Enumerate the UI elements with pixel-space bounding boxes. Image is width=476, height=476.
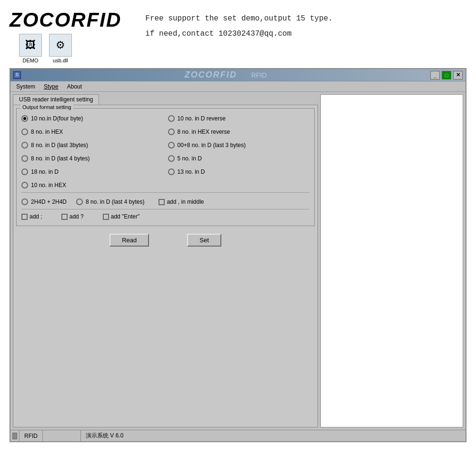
radio-option-8[interactable]: 18 no. in D — [21, 169, 163, 175]
radio-label-5: 00+8 no. in D (last 3 bytes) — [178, 142, 246, 149]
minimize-button[interactable]: _ — [430, 71, 440, 79]
usb-dll-icon-item[interactable]: ⚙ usb.dll — [49, 34, 72, 63]
radio-option-4[interactable]: 8 no. in D (last 3bytes) — [21, 142, 163, 149]
extra-radio-label-1: 8 no. in D (last 4 bytes) — [86, 198, 144, 205]
radio-option-0[interactable]: 10 no.in D(four byte) — [21, 115, 163, 122]
extra-checkbox-box-2 — [61, 214, 68, 220]
status-section-scroll — [10, 430, 20, 441]
radio-label-0: 10 no.in D(four byte) — [31, 115, 83, 122]
radio-option-10[interactable]: 10 no. in HEX — [21, 182, 163, 188]
output-format-group: Output format setting 10 no.in D(four by… — [16, 108, 315, 226]
radio-option-6[interactable]: 8 no. in D (last 4 bytes) — [21, 155, 163, 162]
extra-row-2: add ; add ? add "Enter" — [21, 211, 309, 222]
radio-option-5[interactable]: 00+8 no. in D (last 3 bytes) — [168, 142, 310, 149]
separator-1 — [21, 192, 309, 193]
demo-icon-item[interactable]: 🖼 DEMO — [19, 34, 42, 63]
status-section-rfid: RFID — [20, 430, 43, 441]
extra-checkbox-box-1 — [21, 214, 28, 220]
extra-radio-1[interactable]: 8 no. in D (last 4 bytes) — [76, 198, 144, 205]
status-section-empty — [43, 430, 81, 441]
buttons-row: Read Set — [16, 234, 315, 250]
extra-checkbox-label-0: add , in middle — [167, 198, 204, 205]
settings-panel: Output format setting 10 no.in D(four by… — [13, 105, 318, 427]
titlebar-center: ZOCORFID RFID — [21, 70, 430, 80]
promo-text: Free support the set demo,output 15 type… — [145, 9, 333, 41]
tab-bar: USB reader intelligent setting — [13, 94, 318, 105]
status-bar: RFID 演示系统 V 6.0 — [10, 430, 466, 441]
usb-dll-label: usb.dll — [53, 58, 68, 63]
radio-circle-2 — [21, 129, 28, 135]
radio-option-1[interactable]: 10 no. in D reverse — [168, 115, 310, 122]
extra-radio-0[interactable]: 2H4D + 2H4D — [21, 198, 67, 205]
radio-label-3: 8 no. in HEX reverse — [178, 129, 230, 135]
radio-circle-6 — [21, 155, 28, 162]
radio-option-9[interactable]: 13 no. in D — [168, 169, 310, 175]
radio-circle-7 — [168, 155, 175, 162]
menu-bar: System Stype About — [10, 81, 466, 92]
extra-checkbox-label-1: add ; — [30, 213, 42, 220]
extra-checkbox-3[interactable]: add "Enter" — [103, 213, 140, 220]
radio-circle-1 — [168, 115, 175, 122]
radio-options-grid: 10 no.in D(four byte) 10 no. in D revers… — [21, 115, 309, 188]
extra-row-1: 2H4D + 2H4D 8 no. in D (last 4 bytes) ad… — [21, 197, 309, 207]
right-panel — [320, 94, 463, 427]
menu-about[interactable]: About — [63, 82, 86, 91]
window-icon: R — [13, 71, 21, 79]
tab-usb-reader[interactable]: USB reader intelligent setting — [13, 94, 99, 105]
radio-circle-5 — [168, 142, 175, 149]
left-panel: USB reader intelligent setting Output fo… — [13, 94, 318, 427]
status-rfid: RFID — [24, 433, 38, 439]
maximize-button[interactable]: □ — [442, 71, 451, 79]
titlebar-buttons: _ □ ✕ — [430, 71, 463, 79]
close-button[interactable]: ✕ — [453, 71, 463, 79]
radio-circle-3 — [168, 129, 175, 135]
radio-label-7: 5 no. in D — [178, 155, 202, 162]
radio-option-2[interactable]: 8 no. in HEX — [21, 129, 163, 135]
logo-text: ZOCORFID — [10, 9, 121, 31]
window-titlebar: R ZOCORFID RFID _ □ ✕ — [10, 69, 466, 81]
extra-checkbox-label-2: add ? — [69, 213, 84, 220]
main-window: R ZOCORFID RFID _ □ ✕ System Stype About… — [10, 68, 466, 442]
radio-circle-10 — [21, 182, 28, 188]
titlebar-left: R — [13, 71, 21, 79]
titlebar-rfid: RFID — [251, 71, 267, 79]
radio-circle-9 — [168, 169, 175, 175]
extra-checkbox-0[interactable]: add , in middle — [159, 198, 204, 205]
read-button[interactable]: Read — [109, 234, 149, 247]
status-version: 演示系统 V 6.0 — [86, 432, 123, 440]
radio-circle-0 — [21, 115, 28, 122]
radio-option-7[interactable]: 5 no. in D — [168, 155, 310, 162]
set-button[interactable]: Set — [187, 234, 221, 247]
extra-radio-label-0: 2H4D + 2H4D — [31, 198, 67, 205]
radio-label-2: 8 no. in HEX — [31, 129, 63, 135]
extra-checkbox-box-0 — [159, 199, 165, 205]
radio-circle-8 — [21, 169, 28, 175]
promo-line1: Free support the set demo,output 15 type… — [145, 11, 333, 26]
extra-radio-circle-1 — [76, 198, 83, 205]
separator-2 — [21, 209, 309, 209]
radio-circle-4 — [21, 142, 28, 149]
top-area: ZOCORFID 🖼 DEMO ⚙ usb.dll Free support t… — [0, 0, 476, 68]
extra-checkbox-1[interactable]: add ; — [21, 213, 42, 220]
radio-label-1: 10 no. in D reverse — [178, 115, 226, 122]
radio-label-4: 8 no. in D (last 3bytes) — [31, 142, 88, 149]
extra-checkbox-label-3: add "Enter" — [111, 213, 140, 220]
radio-label-9: 13 no. in D — [178, 169, 205, 175]
logo: ZOCORFID — [10, 9, 136, 31]
output-format-legend: Output format setting — [20, 104, 73, 110]
radio-option-3[interactable]: 8 no. in HEX reverse — [168, 129, 310, 135]
extra-checkbox-box-3 — [103, 214, 109, 220]
radio-label-10: 10 no. in HEX — [31, 182, 66, 188]
extra-checkbox-2[interactable]: add ? — [61, 213, 84, 220]
icons-area: 🖼 DEMO ⚙ usb.dll — [19, 34, 136, 63]
menu-system[interactable]: System — [12, 82, 39, 91]
radio-label-6: 8 no. in D (last 4 bytes) — [31, 155, 89, 162]
extra-radio-circle-0 — [21, 198, 28, 205]
menu-stype[interactable]: Stype — [40, 82, 62, 91]
window-content: USB reader intelligent setting Output fo… — [10, 92, 466, 430]
titlebar-brand: ZOCORFID — [185, 70, 237, 80]
radio-label-8: 18 no. in D — [31, 169, 59, 175]
status-section-version: 演示系统 V 6.0 — [81, 430, 128, 441]
scroll-indicator-icon — [12, 433, 17, 439]
demo-icon: 🖼 — [19, 34, 42, 57]
